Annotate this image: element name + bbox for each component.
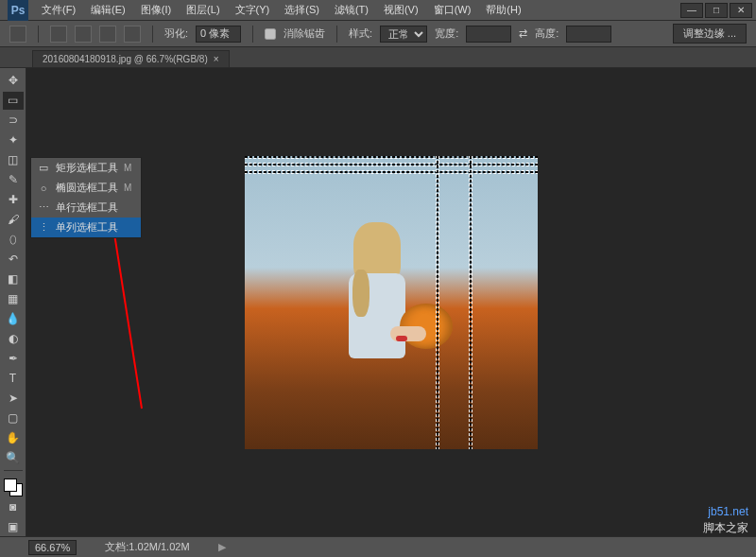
document-tabs: 20160804180918.jpg @ 66.7%(RGB/8) × [0,47,756,68]
status-flyout-icon[interactable]: ▶ [218,541,226,553]
clone-stamp-tool[interactable]: ⬯ [3,231,24,249]
document-info: 文档:1.02M/1.02M [105,540,189,554]
elliptical-marquee-icon: ○ [37,182,50,195]
menu-help[interactable]: 帮助(H) [478,3,528,17]
width-input [466,26,511,43]
quick-mask-tool[interactable]: ◙ [3,498,24,516]
eyedropper-tool[interactable]: ✎ [3,171,24,189]
path-selection-tool[interactable]: ➤ [3,389,24,407]
feather-label: 羽化: [164,26,188,41]
single-column-marquee-icon: ⋮ [37,221,50,235]
flyout-label: 椭圆选框工具 [56,181,118,195]
flyout-label: 单列选框工具 [56,220,118,235]
single-row-marquee-icon: ⋯ [37,201,50,215]
type-tool[interactable]: T [3,369,24,387]
selection-intersect-icon[interactable] [124,26,141,43]
zoom-level-field[interactable]: 66.67% [28,540,77,555]
minimize-button[interactable]: — [680,3,703,18]
history-brush-tool[interactable]: ↶ [3,251,24,269]
watermark-text: 脚本之家 [703,520,748,536]
marquee-selection [437,156,438,449]
current-tool-icon[interactable] [9,26,26,43]
image-subject [320,222,434,440]
marquee-selection [470,156,472,449]
style-label: 样式: [349,26,372,41]
healing-brush-tool[interactable]: ✚ [3,191,24,209]
tab-close-icon[interactable]: × [214,54,219,64]
magic-wand-tool[interactable]: ✦ [3,131,24,149]
color-swatch[interactable] [4,479,23,496]
swap-icon: ⇄ [519,27,527,40]
blur-tool[interactable]: 💧 [3,309,24,327]
menu-bar: Ps 文件(F) 编辑(E) 图像(I) 图层(L) 文字(Y) 选择(S) 滤… [0,0,756,21]
separator [336,26,337,43]
rectangular-marquee-icon: ▭ [37,162,50,175]
dodge-tool[interactable]: ◐ [3,329,24,347]
flyout-single-column-marquee[interactable]: ⋮ 单列选框工具 [31,218,141,237]
maximize-button[interactable]: □ [705,3,728,18]
flyout-shortcut: M [124,183,131,193]
menu-file[interactable]: 文件(F) [34,3,83,17]
menu-select[interactable]: 选择(S) [277,3,327,17]
antialias-label: 消除锯齿 [284,26,325,41]
refine-edge-button[interactable]: 调整边缘 ... [673,24,747,44]
document-canvas[interactable] [245,156,538,449]
screen-mode-tool[interactable]: ▣ [3,518,24,536]
zoom-tool[interactable]: 🔍 [3,448,24,466]
width-label: 宽度: [435,26,458,41]
document-tab[interactable]: 20160804180918.jpg @ 66.7%(RGB/8) × [32,50,230,67]
marquee-selection [245,156,538,158]
separator [38,26,39,43]
hand-tool[interactable]: ✋ [3,428,24,446]
menu-filter[interactable]: 滤镜(T) [327,3,376,17]
menu-image[interactable]: 图像(I) [133,3,179,17]
foreground-color[interactable] [4,479,17,492]
menu-window[interactable]: 窗口(W) [426,3,479,17]
canvas-area[interactable] [26,68,756,536]
rectangle-tool[interactable]: ▢ [3,409,24,426]
marquee-selection [245,171,538,173]
flyout-elliptical-marquee[interactable]: ○ 椭圆选框工具 M [31,178,141,198]
flyout-single-row-marquee[interactable]: ⋯ 单行选框工具 [31,198,141,218]
separator [152,26,153,43]
eraser-tool[interactable]: ◧ [3,270,24,288]
marquee-tool-flyout: ▭ 矩形选框工具 M ○ 椭圆选框工具 M ⋯ 单行选框工具 ⋮ 单列选框工具 [30,157,142,238]
feather-input[interactable] [196,26,241,43]
close-button[interactable]: ✕ [730,3,752,18]
pen-tool[interactable]: ✒ [3,349,24,367]
tools-panel: ✥ ▭ ⊃ ✦ ◫ ✎ ✚ 🖌 ⬯ ↶ ◧ ▦ 💧 ◐ ✒ T ➤ ▢ ✋ 🔍 … [0,68,26,536]
menu-view[interactable]: 视图(V) [376,3,426,17]
menu-type[interactable]: 文字(Y) [228,3,278,17]
status-bar: 66.67% 文档:1.02M/1.02M ▶ [0,536,756,557]
height-input [566,26,611,43]
window-controls: — □ ✕ [680,3,756,18]
move-tool[interactable]: ✥ [3,72,24,90]
marquee-tool[interactable]: ▭ [3,92,24,110]
menu-edit[interactable]: 编辑(E) [83,3,133,17]
selection-new-icon[interactable] [50,26,67,43]
separator [252,26,253,43]
options-bar: 羽化: 消除锯齿 样式: 正常 宽度: ⇄ 高度: 调整边缘 ... [0,21,756,47]
document-tab-title: 20160804180918.jpg @ 66.7%(RGB/8) [43,54,208,64]
brush-tool[interactable]: 🖌 [3,211,24,229]
height-label: 高度: [535,26,558,41]
selection-add-icon[interactable] [75,26,92,43]
flyout-rectangular-marquee[interactable]: ▭ 矩形选框工具 M [31,158,141,178]
menu-layer[interactable]: 图层(L) [179,3,227,17]
selection-subtract-icon[interactable] [99,26,116,43]
antialias-checkbox[interactable] [265,28,276,40]
tool-divider [4,470,23,471]
flyout-label: 矩形选框工具 [56,161,118,175]
flyout-label: 单行选框工具 [56,200,118,215]
workspace: ✥ ▭ ⊃ ✦ ◫ ✎ ✚ 🖌 ⬯ ↶ ◧ ▦ 💧 ◐ ✒ T ➤ ▢ ✋ 🔍 … [0,68,756,536]
watermark: jb51.net 脚本之家 [703,504,748,536]
crop-tool[interactable]: ◫ [3,151,24,169]
gradient-tool[interactable]: ▦ [3,289,24,307]
app-logo-icon: Ps [8,0,28,21]
watermark-url: jb51.net [703,504,748,520]
flyout-shortcut: M [124,163,131,173]
marquee-selection [245,164,538,165]
lasso-tool[interactable]: ⊃ [3,112,24,130]
style-select[interactable]: 正常 [380,26,427,43]
